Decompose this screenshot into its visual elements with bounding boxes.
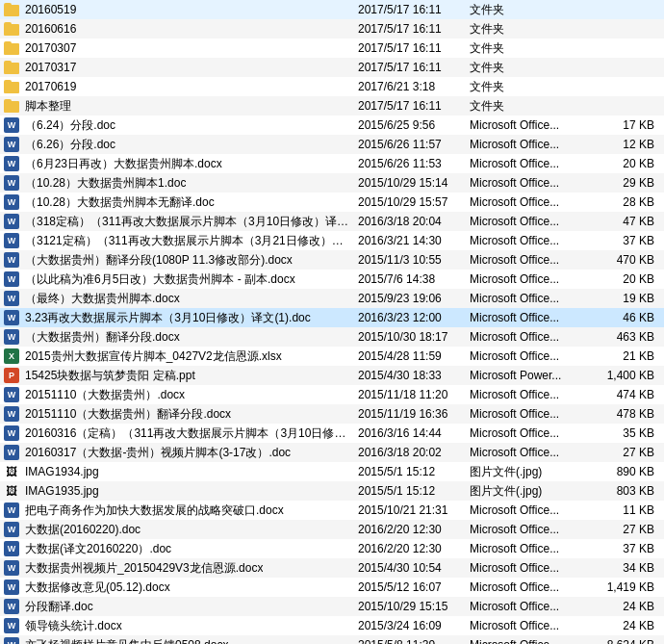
folder-icon [4,21,21,37]
file-size: 17 KB [591,118,658,132]
table-row[interactable]: 2015贵州大数据宣传片脚本_0427V2龙信恩源.xlsx2015/4/28 … [0,347,664,366]
table-row[interactable]: （318定稿）（311再改大数据展示片脚本（3月10日修改）译文.doc2016… [0,212,664,231]
file-type: Microsoft Office... [466,138,591,151]
table-row[interactable]: IMAG1935.jpg2015/5/1 15:12图片文件(.jpg)803 … [0,481,664,501]
file-type: Microsoft Office... [466,446,591,459]
ppt-icon [4,368,21,383]
file-name: 亦飞杨视频样片意见集中反馈0508.docx [25,637,228,645]
file-size: 474 KB [591,388,658,401]
table-row[interactable]: 把电子商务作为加快大数据发展的战略突破口.docx2015/10/21 21:3… [0,501,664,520]
folder-icon [4,98,21,114]
file-size: 35 KB [591,426,658,440]
file-date: 2016/3/23 12:00 [350,311,466,324]
table-row[interactable]: 领导镜头统计.docx2015/3/24 16:09Microsoft Offi… [0,616,664,635]
file-date: 2015/5/1 15:12 [350,465,466,478]
file-size: 1,419 KB [591,580,658,594]
file-name: （大数据贵州）翻译分段.docx [25,329,180,346]
file-name: 20170307 [25,41,76,55]
file-size: 47 KB [591,215,658,228]
table-row[interactable]: （10.28）大数据贵州脚本1.doc2015/10/29 15:14Micro… [0,173,664,193]
table-row[interactable]: 大数据贵州视频片_20150429V3龙信恩源.docx2015/4/30 10… [0,558,664,578]
table-row[interactable]: （3121定稿）（311再改大数据展示片脚本（3月21日修改）译文.doc201… [0,231,664,250]
file-size: 478 KB [591,407,658,421]
file-name-col: 把电子商务作为加快大数据发展的战略突破口.docx [4,502,350,519]
folder-icon [4,60,21,75]
file-type: Microsoft Office... [466,600,591,613]
file-date: 2015/6/26 11:53 [350,157,466,170]
file-name-col: 脚本整理 [4,98,350,115]
file-name-col: 20160316（定稿）（311再改大数据展示片脚本（3月10日修改）.doc [4,425,350,442]
table-row[interactable]: （10.28）大数据贵州脚本无翻译.doc2015/10/29 15:57Mic… [0,193,664,212]
word-icon [4,560,21,576]
file-type: Microsoft Office... [466,349,591,363]
folder-icon [4,79,21,94]
table-row[interactable]: 20160317（大数据-贵州）视频片脚本(3-17改）.doc2016/3/1… [0,443,664,462]
folder-icon [4,40,21,56]
table-row[interactable]: （最终）大数据贵州脚本.docx2015/9/23 19:06Microsoft… [0,289,664,308]
table-row[interactable]: 201605192017/5/17 16:11文件夹 [0,0,664,19]
file-type: Microsoft Office... [466,330,591,344]
table-row[interactable]: 201606162017/5/17 16:11文件夹 [0,19,664,39]
file-type: Microsoft Office... [466,157,591,170]
file-type: 图片文件(.jpg) [466,464,591,480]
file-name-col: 领导镜头统计.docx [4,618,350,634]
file-date: 2015/10/21 21:31 [350,503,466,517]
file-size: 37 KB [591,542,658,555]
file-name: （3121定稿）（311再改大数据展示片脚本（3月21日修改）译文.doc [25,233,350,249]
file-name: （6月23日再改）大数据贵州脚本.docx [25,156,222,172]
table-row[interactable]: （以此稿为准6月5日改）大数据贵州脚本 - 副本.docx2015/7/6 14… [0,270,664,289]
table-row[interactable]: 亦飞杨视频样片意见集中反馈0508.docx2015/5/8 11:39Micr… [0,635,664,644]
table-row[interactable]: 分段翻译.doc2015/10/29 15:15Microsoft Office… [0,597,664,616]
file-date: 2015/9/23 19:06 [350,292,466,305]
file-date: 2015/4/30 10:54 [350,561,466,575]
file-name-col: 20151110（大数据贵州）.docx [4,387,350,403]
file-date: 2017/5/17 16:11 [350,41,466,55]
file-name: 分段翻译.doc [25,599,93,615]
file-name: 20160317（大数据-贵州）视频片脚本(3-17改）.doc [25,445,291,461]
image-icon [4,483,21,499]
word-icon [4,214,21,229]
file-size: 24 KB [591,619,658,632]
table-row[interactable]: 脚本整理2017/5/17 16:11文件夹 [0,96,664,116]
word-icon [4,329,21,345]
file-name: （6.26）分段.doc [25,137,115,153]
table-row[interactable]: （6.24）分段.doc2015/6/25 9:56Microsoft Offi… [0,116,664,135]
file-name-col: （6.24）分段.doc [4,117,350,134]
table-row[interactable]: 大数据(20160220).doc2016/2/20 12:30Microsof… [0,520,664,539]
table-row[interactable]: 20151110（大数据贵州）.docx2015/11/18 11:20Micr… [0,385,664,404]
file-name: 20170619 [25,80,76,93]
file-type: Microsoft Office... [466,311,591,324]
file-name: 20151110（大数据贵州）.docx [25,387,185,403]
table-row[interactable]: 20160316（定稿）（311再改大数据展示片脚本（3月10日修改）.doc2… [0,424,664,443]
file-type: Microsoft Office... [466,426,591,440]
table-row[interactable]: 201703172017/5/17 16:11文件夹 [0,58,664,77]
file-name: （6.24）分段.doc [25,117,115,134]
file-name-col: 亦飞杨视频样片意见集中反馈0508.docx [4,637,350,645]
table-row[interactable]: 3.23再改大数据展示片脚本（3月10日修改）译文(1).doc2016/3/2… [0,308,664,327]
table-row[interactable]: 20151110（大数据贵州）翻译分段.docx2015/11/19 16:36… [0,404,664,424]
table-row[interactable]: （大数据贵州）翻译分段.docx2015/10/30 18:17Microsof… [0,327,664,347]
file-name: IMAG1934.jpg [25,465,99,478]
table-row[interactable]: 201706192017/6/21 3:18文件夹 [0,77,664,96]
file-type: Microsoft Office... [466,176,591,190]
table-row[interactable]: （6月23日再改）大数据贵州脚本.docx2015/6/26 11:53Micr… [0,154,664,173]
file-type: 文件夹 [466,40,591,57]
word-icon [4,310,21,325]
table-row[interactable]: 大数据(译文20160220）.doc2016/2/20 12:30Micros… [0,539,664,558]
file-type: 文件夹 [466,79,591,95]
file-name-col: IMAG1934.jpg [4,464,350,479]
file-name: 3.23再改大数据展示片脚本（3月10日修改）译文(1).doc [25,310,311,326]
file-type: Microsoft Office... [466,253,591,267]
file-type: Microsoft Power... [466,369,591,382]
file-type: Microsoft Office... [466,234,591,247]
table-row[interactable]: 大数据修改意见(05.12).docx2015/5/12 16:07Micros… [0,578,664,597]
table-row[interactable]: 201703072017/5/17 16:11文件夹 [0,39,664,58]
table-row[interactable]: （大数据贵州）翻译分段(1080P 11.3修改部分).docx2015/11/… [0,250,664,270]
table-row[interactable]: （6.26）分段.doc2015/6/26 11:57Microsoft Off… [0,135,664,154]
file-size: 463 KB [591,330,658,344]
table-row[interactable]: 15425块数据与筑梦贵阳 定稿.ppt2015/4/30 18:33Micro… [0,366,664,385]
file-date: 2016/3/18 20:02 [350,446,466,459]
file-size: 1,400 KB [591,369,658,382]
file-name: （10.28）大数据贵州脚本1.doc [25,175,186,192]
table-row[interactable]: IMAG1934.jpg2015/5/1 15:12图片文件(.jpg)890 … [0,462,664,481]
